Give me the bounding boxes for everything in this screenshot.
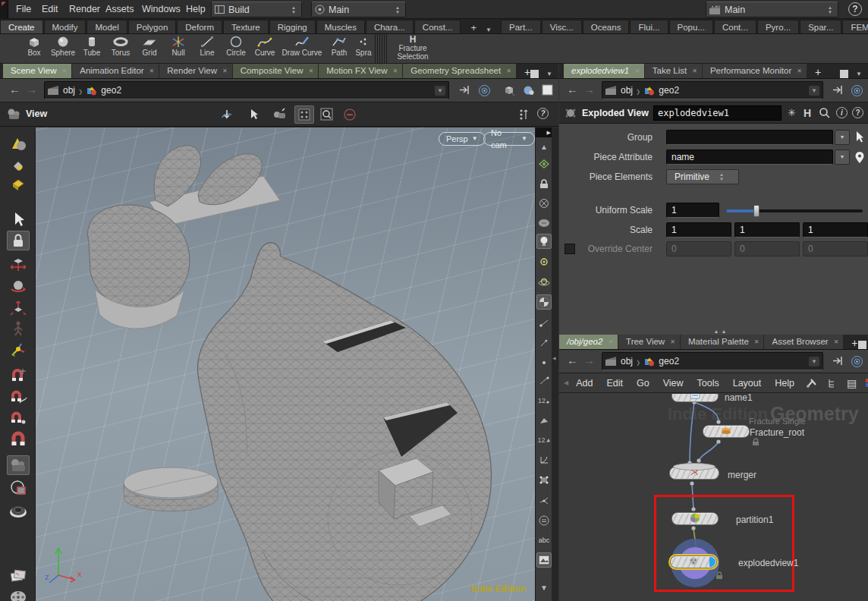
net-menu-add[interactable]: Add xyxy=(570,378,599,389)
display-point-trails-icon[interactable] xyxy=(536,373,552,389)
houdini-help-icon[interactable]: H xyxy=(802,107,813,119)
scroll-down-icon[interactable]: ▼ xyxy=(536,580,552,595)
take-selector[interactable]: Main ▲▼ xyxy=(706,2,838,17)
tab-scene-view[interactable]: Scene View✕ xyxy=(3,64,71,78)
display-flag[interactable] xyxy=(709,557,715,567)
breadcrumb-obj[interactable]: obj xyxy=(621,356,633,367)
follow-target-icon[interactable] xyxy=(476,84,492,97)
view-mode-camera-icon[interactable] xyxy=(7,455,30,475)
net-menu-tools[interactable]: Tools xyxy=(691,378,725,389)
viewport-layout-icon[interactable] xyxy=(294,105,314,124)
headlight-icon[interactable] xyxy=(536,216,552,231)
help-icon[interactable]: ? xyxy=(848,2,862,16)
desktop-selector[interactable]: Build ▲▼ xyxy=(211,2,302,17)
pane-maximize-icon[interactable] xyxy=(530,70,539,78)
back-icon[interactable]: ← xyxy=(567,83,578,96)
tumble-view-icon[interactable] xyxy=(217,105,237,124)
close-icon[interactable]: ✕ xyxy=(692,64,697,78)
translate-icon[interactable] xyxy=(7,255,30,275)
node-label-name1[interactable]: name1 xyxy=(725,394,753,403)
shelf-tab-populate[interactable]: Popu... xyxy=(669,20,713,33)
menu-help[interactable]: Help xyxy=(179,0,212,19)
display-hulls-icon[interactable] xyxy=(536,472,552,487)
point-numbers-icon[interactable]: 12 xyxy=(536,393,552,408)
close-icon[interactable]: ✕ xyxy=(608,335,613,349)
select-geometry-icon[interactable] xyxy=(7,134,30,153)
follow-target-icon[interactable] xyxy=(849,355,865,368)
display-profiles-icon[interactable] xyxy=(536,452,552,467)
node-help-icon[interactable]: ? xyxy=(852,107,863,118)
rotate-icon[interactable] xyxy=(7,276,30,296)
tab-render-view[interactable]: Render View✕ xyxy=(159,64,231,78)
breadcrumb-obj[interactable]: obj xyxy=(621,85,633,96)
spinner-icon[interactable]: ▲▼ xyxy=(289,5,298,14)
new-tab-icon[interactable]: + xyxy=(517,66,530,78)
group-select-arrow-icon[interactable] xyxy=(854,131,866,146)
tool-spray[interactable]: Spra xyxy=(354,34,373,63)
net-menu-layout[interactable]: Layout xyxy=(727,378,768,389)
breadcrumb-geo2[interactable]: geo2 xyxy=(659,85,679,96)
pane-menu-icon[interactable]: ▼ xyxy=(546,71,552,77)
forward-icon[interactable]: → xyxy=(583,83,595,96)
tab-geometry-spreadsheet[interactable]: Geometry Spreadsheet✕ xyxy=(403,64,516,78)
shelf-tab-particles[interactable]: Part... xyxy=(501,20,541,33)
snap-multi-icon[interactable] xyxy=(7,430,30,449)
shelf-tab-fem[interactable]: FEM xyxy=(842,20,868,33)
net-menu-view[interactable]: View xyxy=(657,378,690,389)
display-uv-icon[interactable] xyxy=(536,513,552,528)
shelf-add-icon[interactable]: + xyxy=(466,22,481,33)
breadcrumb-geo2[interactable]: geo2 xyxy=(101,85,121,96)
tab-composite-view[interactable]: Composite View✕ xyxy=(233,64,319,78)
view-tool-icon[interactable] xyxy=(5,107,24,121)
takes-icon[interactable] xyxy=(7,566,30,586)
net-menu-edit[interactable]: Edit xyxy=(600,378,629,389)
tool-curve[interactable]: Curve xyxy=(250,34,279,63)
scale-icon[interactable] xyxy=(7,297,30,317)
close-icon[interactable]: ✕ xyxy=(62,64,68,78)
menu-file[interactable]: File xyxy=(9,0,38,19)
pin-icon[interactable] xyxy=(831,356,845,366)
tab-animation-editor[interactable]: Animation Editor✕ xyxy=(72,64,159,78)
strip-expand-icon[interactable]: ▶ xyxy=(536,127,552,137)
shelf-menu-icon[interactable]: ▼ xyxy=(481,27,496,33)
lights-off-icon[interactable] xyxy=(536,196,552,211)
node-merger[interactable] xyxy=(669,467,719,480)
customize-tools-icon[interactable] xyxy=(802,378,822,389)
scene-path-field[interactable]: obj › geo2 ▼ xyxy=(44,81,449,99)
node-label-fracture-root[interactable]: Fracture_root xyxy=(750,427,804,438)
parm-path-field[interactable]: obj › geo2 ▼ xyxy=(602,81,823,99)
scale-z-field[interactable]: 1 xyxy=(803,222,868,238)
piece-attribute-dropdown-icon[interactable]: ▼ xyxy=(835,149,850,165)
shelf-tab-model[interactable]: Model xyxy=(86,20,127,33)
pane-maximize-icon[interactable] xyxy=(840,70,848,78)
forward-icon[interactable]: → xyxy=(583,354,595,367)
pane-maximize-icon[interactable] xyxy=(858,341,866,349)
close-icon[interactable]: ✕ xyxy=(834,335,839,349)
node-name-input[interactable] xyxy=(653,105,782,121)
display-fan-icon[interactable] xyxy=(536,493,552,508)
new-tab-icon[interactable]: + xyxy=(807,66,821,78)
path-dropdown-icon[interactable]: ▼ xyxy=(435,86,445,96)
shelf-tab-modify[interactable]: Modify xyxy=(44,20,86,33)
close-icon[interactable]: ✕ xyxy=(393,64,398,78)
pose-icon[interactable] xyxy=(7,319,30,338)
shelf-tab-create[interactable]: Create xyxy=(0,20,43,33)
piece-elements-select[interactable]: Primitive ▲▼ xyxy=(666,169,739,184)
node-explodedview1[interactable] xyxy=(670,555,717,568)
scene-main-selector[interactable]: Main ▲▼ xyxy=(311,2,406,17)
tool-grid[interactable]: Grid xyxy=(135,34,164,63)
gear-icon[interactable]: ✳ xyxy=(786,107,797,118)
tree-view-icon[interactable] xyxy=(823,378,841,389)
color-palette-icon[interactable] xyxy=(862,379,868,388)
tool-circle[interactable]: Circle xyxy=(222,34,250,63)
scale-x-field[interactable]: 1 xyxy=(666,222,731,238)
selection-type-a-icon[interactable] xyxy=(7,156,30,176)
shelf-tab-polygon[interactable]: Polygon xyxy=(128,20,177,33)
menu-edit[interactable]: Edit xyxy=(35,0,65,19)
display-prims-icon[interactable] xyxy=(536,413,552,428)
piece-attribute-field[interactable]: name xyxy=(666,149,833,165)
lock-camera-icon[interactable] xyxy=(536,176,552,191)
pin-icon[interactable] xyxy=(458,85,472,95)
snap-curve-icon[interactable] xyxy=(7,387,30,407)
tab-asset-browser[interactable]: Asset Browser✕ xyxy=(764,335,843,349)
